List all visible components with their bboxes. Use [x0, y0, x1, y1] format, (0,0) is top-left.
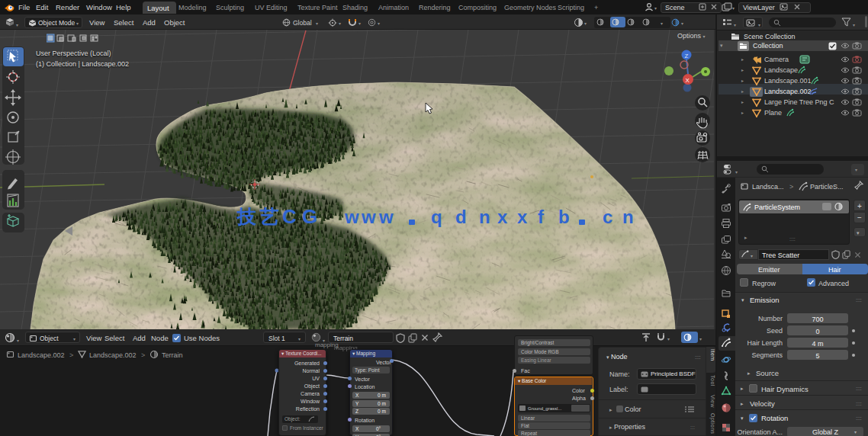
svg-text:X: X	[686, 77, 690, 84]
svg-text:Z: Z	[685, 53, 689, 59]
